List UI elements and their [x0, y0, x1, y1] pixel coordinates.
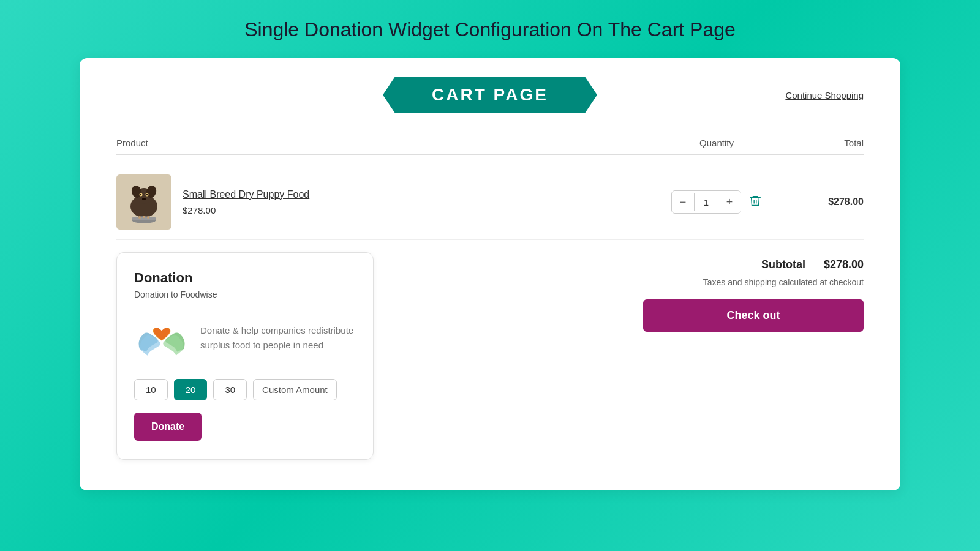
svg-point-7 [140, 194, 141, 195]
donation-icon [134, 310, 189, 365]
delete-item-button[interactable] [748, 194, 762, 211]
donation-title: Donation [134, 270, 356, 286]
page-title: Single Donation Widget Configuration On … [244, 18, 736, 41]
decrease-qty-button[interactable]: − [672, 191, 694, 213]
bottom-section: Donation Donation to Foodwise Donate & h… [116, 252, 864, 460]
amount-buttons: 10 20 30 Custom Amount [134, 379, 356, 400]
custom-amount-button[interactable]: Custom Amount [253, 379, 337, 400]
subtotal-row: Subtotal $278.00 [761, 258, 864, 271]
table-headers: Product Quantity Total [116, 132, 864, 155]
svg-point-8 [146, 194, 148, 195]
product-section: Small Breed Dry Puppy Food $278.00 [116, 174, 655, 230]
product-name[interactable]: Small Breed Dry Puppy Food [183, 189, 309, 200]
donation-description: Donate & help companies redistribute sur… [200, 323, 356, 353]
svg-point-14 [147, 216, 149, 219]
amount-20-button[interactable]: 20 [174, 379, 208, 400]
subtotal-label: Subtotal [761, 258, 805, 271]
quantity-value: 1 [694, 193, 718, 211]
increase-qty-button[interactable]: + [718, 191, 741, 213]
svg-point-13 [143, 216, 145, 218]
quantity-section: − 1 + [655, 190, 778, 214]
col-product: Product [116, 138, 655, 148]
item-total: $278.00 [778, 197, 864, 208]
donation-desc-row: Donate & help companies redistribute sur… [134, 310, 356, 365]
checkout-button[interactable]: Check out [643, 299, 864, 332]
cart-row: Small Breed Dry Puppy Food $278.00 − 1 +… [116, 165, 864, 240]
col-quantity: Quantity [655, 138, 778, 148]
donation-subtitle: Donation to Foodwise [134, 290, 356, 299]
svg-point-12 [138, 216, 141, 219]
quantity-controls: − 1 + [671, 190, 741, 214]
amount-10-button[interactable]: 10 [134, 379, 168, 400]
taxes-note: Taxes and shipping calculated at checkou… [703, 277, 864, 287]
svg-point-9 [142, 198, 146, 200]
product-price: $278.00 [183, 205, 309, 216]
main-card: CART PAGE Continue Shopping Product Quan… [80, 58, 900, 490]
product-info: Small Breed Dry Puppy Food $278.00 [183, 189, 309, 216]
cart-banner: CART PAGE [383, 77, 597, 113]
summary-section: Subtotal $278.00 Taxes and shipping calc… [398, 252, 864, 332]
cart-header: CART PAGE Continue Shopping [116, 77, 864, 113]
product-image [116, 174, 172, 230]
trash-icon [748, 194, 762, 208]
donation-widget: Donation Donation to Foodwise Donate & h… [116, 252, 374, 460]
donate-button[interactable]: Donate [134, 413, 202, 441]
continue-shopping-button[interactable]: Continue Shopping [785, 90, 864, 100]
subtotal-value: $278.00 [824, 258, 864, 271]
amount-30-button[interactable]: 30 [213, 379, 247, 400]
col-total: Total [778, 138, 864, 148]
